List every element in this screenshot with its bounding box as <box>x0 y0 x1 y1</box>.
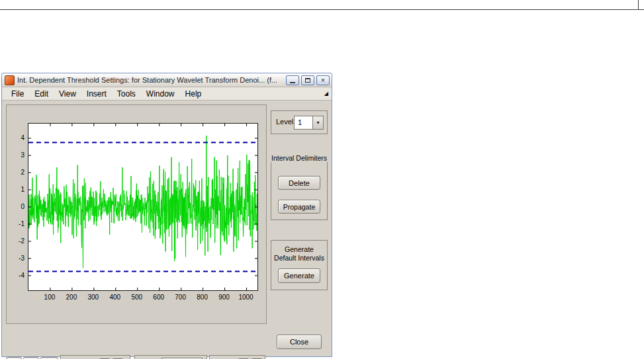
signal-chart <box>28 124 257 290</box>
y-tick-label: 2 <box>7 169 24 176</box>
menu-view[interactable]: View <box>54 88 81 100</box>
menu-help[interactable]: Help <box>180 88 207 100</box>
center-on-panel: Center On X Y <box>60 355 130 359</box>
x-tick-label: 800 <box>192 294 213 301</box>
generate-intervals-panel: Generate Default Intervals Generate <box>271 240 328 290</box>
history-panel: History <- -> <<- <box>209 355 265 359</box>
y-tick-label: -1 <box>7 220 24 227</box>
minimize-icon <box>290 82 295 83</box>
page-divider-line <box>0 9 644 10</box>
delete-button[interactable]: Delete <box>278 176 320 190</box>
interval-delimiters-panel: Interval Delimiters Delete Propagate <box>271 158 328 220</box>
threshold-settings-window: Int. Dependent Threshold Settings: for S… <box>1 73 332 357</box>
level-panel: Level 1 ▼ <box>271 110 328 134</box>
page-canvas: Int. Dependent Threshold Settings: for S… <box>0 0 644 359</box>
y-tick-label: 3 <box>7 151 24 159</box>
propagate-button[interactable]: Propagate <box>278 200 320 214</box>
x-tick-label: 200 <box>61 294 82 301</box>
generate-button[interactable]: Generate <box>278 268 320 283</box>
noisy-signal-trace <box>28 136 257 268</box>
window-title: Int. Dependent Threshold Settings: for S… <box>17 76 284 84</box>
menu-insert[interactable]: Insert <box>81 88 112 100</box>
close-icon: × <box>321 76 325 85</box>
level-value: 1 <box>295 116 312 129</box>
interval-delimiters-title: Interval Delimiters <box>269 154 329 162</box>
caption-buttons: × <box>284 75 330 85</box>
x-tick-label: 500 <box>126 294 148 301</box>
titlebar[interactable]: Int. Dependent Threshold Settings: for S… <box>2 73 332 87</box>
menu-tools[interactable]: Tools <box>112 88 141 100</box>
page-corner-line <box>638 0 639 10</box>
x-tick-label: 600 <box>148 294 169 301</box>
plot-panel: 43210-1-2-3-4100200300400500600700800900… <box>6 104 267 324</box>
y-tick-label: -4 <box>7 272 24 279</box>
x-tick-label: 300 <box>83 294 104 301</box>
y-tick-label: 0 <box>7 203 24 210</box>
menu-overflow-icon[interactable]: ◢ <box>324 91 328 97</box>
maximize-icon <box>305 78 310 83</box>
menu-bar: File Edit View Insert Tools Window Help … <box>2 87 332 100</box>
close-window-button[interactable]: × <box>316 75 330 85</box>
x-tick-label: 100 <box>39 294 60 301</box>
y-tick-label: -3 <box>7 255 24 262</box>
menu-edit[interactable]: Edit <box>29 88 54 100</box>
figure-client-area: 43210-1-2-3-4100200300400500600700800900… <box>2 100 332 356</box>
signal-axes[interactable] <box>28 123 258 291</box>
y-tick-label: 1 <box>7 186 24 193</box>
y-tick-label: 4 <box>7 134 24 141</box>
menu-window[interactable]: Window <box>141 88 180 100</box>
menu-file[interactable]: File <box>6 88 29 100</box>
chevron-down-icon[interactable]: ▼ <box>312 116 323 129</box>
generate-title-line1: Generate <box>271 245 327 253</box>
level-label: Level <box>276 118 293 126</box>
maximize-button[interactable] <box>301 75 314 85</box>
generate-title-line2: Default Intervals <box>271 254 327 262</box>
x-tick-label: 400 <box>105 294 126 301</box>
x-tick-label: 1000 <box>236 294 257 301</box>
matlab-app-icon <box>5 75 15 85</box>
x-tick-label: 700 <box>170 294 191 301</box>
close-button[interactable]: Close <box>277 335 322 349</box>
info-panel: Info X = Y = <box>134 355 207 359</box>
minimize-button[interactable] <box>286 75 299 85</box>
x-tick-label: 900 <box>214 294 235 301</box>
level-dropdown[interactable]: 1 ▼ <box>294 116 324 130</box>
y-tick-label: -2 <box>7 237 24 245</box>
